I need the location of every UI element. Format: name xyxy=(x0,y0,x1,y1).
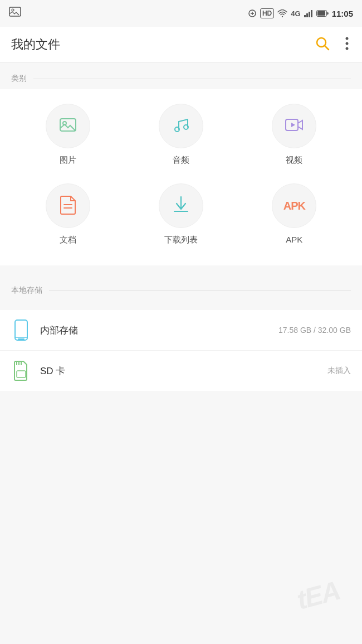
status-icons: HD 4G 11:05 xyxy=(248,8,353,18)
internal-storage-name: 内部存储 xyxy=(40,324,278,337)
svg-rect-26 xyxy=(18,338,25,340)
video-icon xyxy=(284,115,304,137)
search-button[interactable] xyxy=(313,34,332,55)
phone-storage-icon xyxy=(11,320,31,340)
category-item-video[interactable]: 视频 xyxy=(250,95,339,175)
internal-storage-info: 17.58 GB / 32.00 GB xyxy=(278,326,351,335)
status-bar: HD 4G 11:05 xyxy=(0,0,362,27)
svg-rect-30 xyxy=(17,371,26,377)
page-title: 我的文件 xyxy=(11,36,313,53)
category-item-apk[interactable]: APK APK xyxy=(250,175,339,254)
storage-item-sdcard[interactable]: SD 卡 未插入 xyxy=(0,351,362,391)
svg-rect-9 xyxy=(317,11,325,16)
watermark: tEA xyxy=(294,575,343,616)
svg-rect-4 xyxy=(304,15,306,17)
status-time: 11:05 xyxy=(332,9,353,18)
more-button[interactable] xyxy=(343,35,351,54)
sdcard-name: SD 卡 xyxy=(40,365,327,377)
hd-badge: HD xyxy=(260,8,274,18)
category-item-docs[interactable]: 文档 xyxy=(23,175,112,254)
category-apk-label: APK xyxy=(286,235,302,244)
category-section-label: 类别 xyxy=(0,62,362,89)
category-divider xyxy=(33,79,351,79)
svg-marker-20 xyxy=(291,123,295,127)
svg-point-12 xyxy=(346,37,349,40)
svg-point-14 xyxy=(346,47,349,50)
storage-section-label: 本地存储 xyxy=(0,274,362,301)
svg-line-11 xyxy=(325,46,329,50)
doc-icon xyxy=(58,195,77,217)
category-grid: 图片 音频 视频 xyxy=(0,89,362,265)
apk-icon: APK xyxy=(283,200,305,212)
storage-divider xyxy=(49,290,351,291)
audio-icon xyxy=(171,115,191,137)
category-circle-video xyxy=(272,104,316,148)
battery-icon xyxy=(316,10,329,17)
category-item-audio[interactable]: 音频 xyxy=(136,95,226,175)
signal-icon xyxy=(304,9,313,17)
status-bar-left-icon xyxy=(9,7,21,19)
sdcard-icon xyxy=(11,361,31,381)
category-audio-label: 音频 xyxy=(173,155,189,166)
category-docs-label: 文档 xyxy=(60,235,76,245)
storage-label-text: 本地存储 xyxy=(11,285,42,296)
image-icon xyxy=(58,115,78,137)
download-icon xyxy=(171,195,191,217)
storage-item-internal[interactable]: 内部存储 17.58 GB / 32.00 GB xyxy=(0,310,362,351)
category-item-images[interactable]: 图片 xyxy=(23,95,112,175)
svg-point-1 xyxy=(12,9,14,11)
svg-rect-7 xyxy=(311,10,312,17)
category-circle-apk: APK xyxy=(272,183,316,228)
category-circle-images xyxy=(46,104,90,148)
svg-point-13 xyxy=(346,42,349,45)
4g-label: 4G xyxy=(291,9,300,18)
category-circle-audio xyxy=(159,104,203,148)
header-actions xyxy=(313,34,351,55)
category-item-downloads[interactable]: 下载列表 xyxy=(136,175,226,254)
category-downloads-label: 下载列表 xyxy=(164,235,198,245)
svg-rect-6 xyxy=(309,12,310,17)
header: 我的文件 xyxy=(0,27,362,62)
storage-section: 内部存储 17.58 GB / 32.00 GB SD 卡 未插入 xyxy=(0,310,362,391)
nfc-icon xyxy=(248,9,257,18)
svg-point-3 xyxy=(282,16,283,17)
search-icon xyxy=(315,36,330,51)
sdcard-info: 未插入 xyxy=(327,366,351,376)
category-circle-downloads xyxy=(159,183,203,228)
category-label-text: 类别 xyxy=(11,74,27,84)
wifi-icon xyxy=(277,9,287,17)
category-video-label: 视频 xyxy=(286,155,302,166)
more-icon xyxy=(345,37,349,50)
category-images-label: 图片 xyxy=(60,155,76,166)
svg-rect-5 xyxy=(306,13,308,17)
category-circle-docs xyxy=(46,183,90,228)
